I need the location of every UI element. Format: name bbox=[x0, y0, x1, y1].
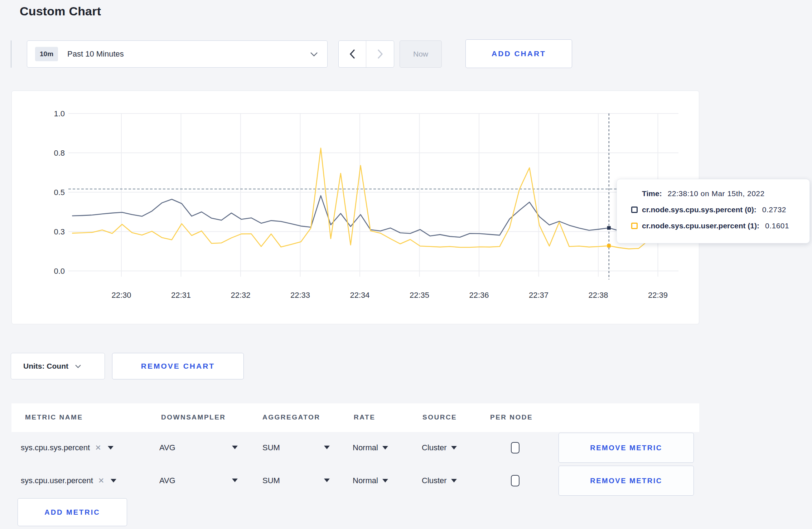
downsampler-value: AVG bbox=[159, 443, 175, 452]
units-label: Units: Count bbox=[23, 362, 68, 370]
chart-card: 1.00.80.50.30.022:3022:3122:3222:3322:34… bbox=[11, 91, 699, 324]
clear-metric-icon[interactable]: ✕ bbox=[98, 476, 105, 485]
metrics-table-header: METRIC NAME DOWNSAMPLER AGGREGATOR RATE … bbox=[11, 403, 699, 432]
downsampler-select[interactable]: AVG bbox=[159, 443, 175, 452]
tooltip-series-row: cr.node.sys.cpu.sys.percent (0): 0.2732 bbox=[631, 204, 809, 215]
col-header-source: SOURCE bbox=[422, 413, 457, 421]
time-range-label: Past 10 Minutes bbox=[67, 49, 124, 59]
time-step-buttons bbox=[338, 40, 394, 68]
chevron-down-icon bbox=[382, 446, 388, 450]
svg-text:22:30: 22:30 bbox=[111, 291, 131, 300]
chevron-left-icon bbox=[349, 49, 355, 59]
tooltip-series-row: cr.node.sys.cpu.user.percent (1): 0.1601 bbox=[631, 220, 809, 231]
units-dropdown[interactable]: Units: Count bbox=[11, 353, 105, 379]
chart-tooltip: Time: 22:38:10 on Mar 15th, 2022 cr.node… bbox=[617, 179, 810, 243]
downsampler-value: AVG bbox=[159, 476, 175, 485]
chevron-down-icon[interactable] bbox=[108, 446, 113, 450]
svg-text:22:32: 22:32 bbox=[231, 291, 250, 300]
per-node-checkbox[interactable] bbox=[511, 475, 519, 486]
tooltip-series-label: cr.node.sys.cpu.sys.percent (0): bbox=[642, 205, 757, 214]
svg-text:22:37: 22:37 bbox=[529, 291, 548, 300]
tooltip-series-value: 0.1601 bbox=[765, 222, 789, 230]
series-sys-legend-swatch bbox=[631, 207, 638, 213]
metric-name-value: sys.cpu.sys.percent bbox=[21, 443, 90, 452]
chart-svg[interactable]: 1.00.80.50.30.022:3022:3122:3222:3322:34… bbox=[12, 91, 700, 325]
col-header-metric-name: METRIC NAME bbox=[25, 413, 83, 421]
time-range-dropdown[interactable]: 10m Past 10 Minutes bbox=[27, 40, 328, 68]
downsampler-select[interactable]: AVG bbox=[159, 476, 175, 485]
svg-text:0.0: 0.0 bbox=[54, 267, 65, 276]
aggregator-value: SUM bbox=[262, 443, 280, 452]
chevron-down-icon bbox=[310, 52, 318, 57]
chevron-down-icon[interactable] bbox=[324, 446, 330, 449]
svg-text:0.3: 0.3 bbox=[54, 227, 65, 236]
next-time-button[interactable] bbox=[366, 41, 394, 67]
rate-value: Normal bbox=[353, 443, 378, 452]
chevron-down-icon bbox=[382, 479, 388, 482]
aggregator-select[interactable]: SUM bbox=[262, 476, 280, 485]
svg-text:22:35: 22:35 bbox=[410, 291, 429, 300]
chevron-down-icon[interactable] bbox=[324, 479, 330, 482]
chevron-down-icon[interactable] bbox=[232, 479, 238, 482]
chevron-down-icon[interactable] bbox=[111, 479, 116, 482]
col-header-downsampler: DOWNSAMPLER bbox=[161, 413, 226, 421]
remove-chart-button[interactable]: REMOVE CHART bbox=[112, 353, 244, 379]
tooltip-series-label: cr.node.sys.cpu.user.percent (1): bbox=[642, 222, 759, 230]
tooltip-series-value: 0.2732 bbox=[762, 205, 786, 214]
time-range-badge: 10m bbox=[35, 47, 58, 61]
metric-name-select[interactable]: sys.cpu.user.percent ✕ bbox=[21, 476, 116, 485]
source-select[interactable]: Cluster bbox=[422, 476, 457, 485]
tooltip-time-label: Time: bbox=[642, 189, 662, 198]
source-value: Cluster bbox=[422, 476, 447, 485]
metric-row-sys: sys.cpu.sys.percent ✕ AVG SUM Normal Clu… bbox=[11, 432, 699, 464]
svg-text:22:36: 22:36 bbox=[469, 291, 489, 300]
metric-name-value: sys.cpu.user.percent bbox=[21, 476, 93, 485]
metric-name-select[interactable]: sys.cpu.sys.percent ✕ bbox=[21, 443, 113, 452]
page-title: Custom Chart bbox=[20, 4, 101, 18]
tooltip-time-value: 22:38:10 on Mar 15th, 2022 bbox=[668, 189, 765, 198]
svg-text:0.8: 0.8 bbox=[54, 149, 65, 157]
aggregator-value: SUM bbox=[262, 476, 280, 485]
chevron-right-icon bbox=[377, 49, 383, 59]
source-select[interactable]: Cluster bbox=[422, 443, 457, 452]
svg-text:22:34: 22:34 bbox=[350, 291, 369, 300]
col-header-rate: RATE bbox=[354, 413, 375, 421]
svg-text:0.5: 0.5 bbox=[54, 188, 65, 197]
svg-text:22:33: 22:33 bbox=[290, 291, 310, 300]
chevron-down-icon[interactable] bbox=[232, 446, 238, 449]
svg-text:1.0: 1.0 bbox=[54, 109, 65, 118]
rate-value: Normal bbox=[353, 476, 378, 485]
prev-time-button[interactable] bbox=[339, 41, 366, 67]
add-chart-button[interactable]: ADD CHART bbox=[465, 39, 572, 68]
toolbar-divider bbox=[11, 40, 11, 68]
now-button[interactable]: Now bbox=[400, 40, 442, 68]
tooltip-time-row: Time: 22:38:10 on Mar 15th, 2022 bbox=[631, 188, 809, 199]
remove-metric-button[interactable]: REMOVE METRIC bbox=[559, 433, 694, 463]
svg-text:22:38: 22:38 bbox=[588, 291, 608, 300]
clear-metric-icon[interactable]: ✕ bbox=[95, 443, 101, 452]
col-header-per-node: PER NODE bbox=[490, 413, 533, 421]
svg-text:22:39: 22:39 bbox=[648, 291, 668, 300]
rate-select[interactable]: Normal bbox=[353, 443, 388, 452]
add-metric-button[interactable]: ADD METRIC bbox=[18, 498, 127, 526]
series-user-legend-swatch bbox=[631, 223, 638, 229]
source-value: Cluster bbox=[422, 443, 447, 452]
per-node-checkbox[interactable] bbox=[511, 442, 519, 453]
col-header-aggregator: AGGREGATOR bbox=[262, 413, 320, 421]
chevron-down-icon bbox=[75, 364, 81, 368]
metric-row-user: sys.cpu.user.percent ✕ AVG SUM Normal Cl… bbox=[11, 465, 699, 496]
svg-text:22:31: 22:31 bbox=[171, 291, 191, 300]
chevron-down-icon bbox=[451, 479, 457, 482]
aggregator-select[interactable]: SUM bbox=[262, 443, 280, 452]
remove-metric-button[interactable]: REMOVE METRIC bbox=[559, 466, 694, 496]
rate-select[interactable]: Normal bbox=[353, 476, 388, 485]
chevron-down-icon bbox=[451, 446, 457, 450]
